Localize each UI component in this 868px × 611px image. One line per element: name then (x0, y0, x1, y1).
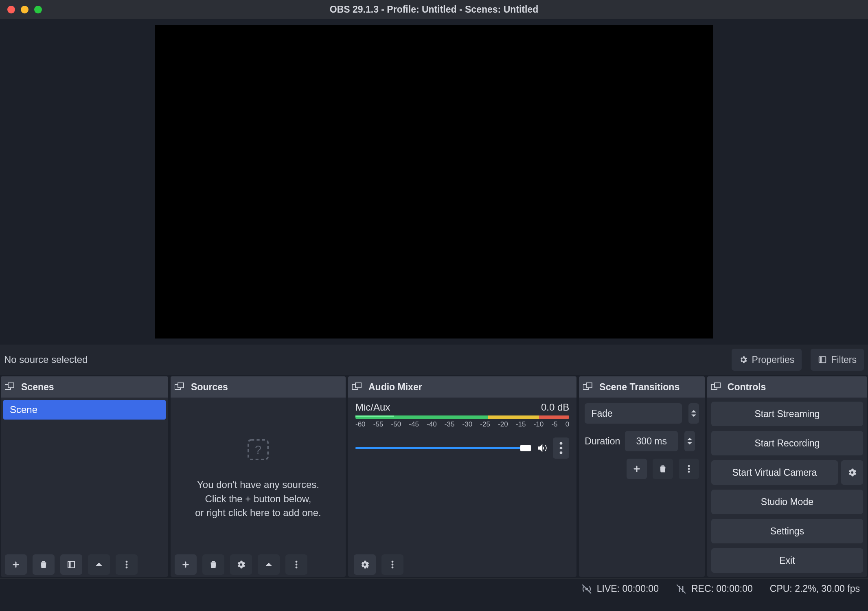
mixer-channel: Mic/Aux 0.0 dB -60 -55 -50 -45 -40 -35 -… (348, 398, 576, 459)
exit-button[interactable]: Exit (711, 548, 863, 573)
status-bar: LIVE: 00:00:00 REC: 00:00:00 CPU: 2.2%, … (0, 578, 868, 599)
svg-point-15 (296, 567, 297, 568)
scenes-footer (1, 552, 168, 577)
remove-transition-button[interactable] (653, 459, 673, 479)
transition-selected-value: Fade (591, 408, 612, 419)
transition-select[interactable]: Fade (585, 403, 682, 424)
scale-tick: -15 (516, 420, 526, 429)
svg-rect-30 (715, 383, 720, 388)
remove-source-button[interactable] (202, 554, 224, 575)
scene-menu-button[interactable] (116, 554, 138, 575)
add-transition-button[interactable] (627, 459, 647, 479)
chevron-up-icon (691, 409, 697, 413)
mixer-dock-header[interactable]: Audio Mixer (348, 376, 576, 398)
chevron-down-icon (691, 414, 697, 418)
properties-button[interactable]: Properties (732, 349, 802, 371)
svg-point-14 (296, 564, 297, 565)
transitions-dock-header[interactable]: Scene Transitions (579, 376, 705, 398)
scenes-dock: Scenes Scene (1, 376, 168, 577)
svg-rect-17 (355, 383, 361, 388)
settings-button[interactable]: Settings (711, 519, 863, 543)
scene-item-active[interactable]: Scene (3, 400, 166, 420)
scale-tick: -10 (534, 420, 544, 429)
scenes-list[interactable]: Scene (1, 398, 168, 552)
mixer-footer (348, 552, 576, 577)
minimize-window-button[interactable] (21, 6, 28, 13)
transition-duration-stepper[interactable] (684, 431, 695, 451)
transition-duration-label: Duration (585, 436, 620, 447)
start-recording-button[interactable]: Start Recording (711, 431, 863, 455)
speaker-icon[interactable] (536, 442, 548, 454)
mixer-channel-name: Mic/Aux (355, 402, 390, 413)
transitions-body: Fade Duration 300 ms (579, 398, 705, 485)
status-cpu: CPU: 2.2%, 30.00 fps (770, 583, 860, 594)
svg-point-7 (126, 564, 127, 565)
svg-point-23 (392, 567, 393, 568)
remove-scene-button[interactable] (33, 554, 55, 575)
mixer-channel-level: 0.0 dB (541, 402, 569, 413)
scale-tick: -25 (480, 420, 490, 429)
chevron-up-icon (687, 437, 693, 441)
chevron-down-icon (687, 442, 693, 446)
mixer-menu-button[interactable] (381, 554, 403, 575)
svg-point-26 (688, 465, 690, 467)
scale-tick: -5 (551, 420, 557, 429)
scale-tick: 0 (566, 420, 569, 429)
mixer-settings-button[interactable] (354, 554, 376, 575)
svg-point-8 (126, 567, 127, 568)
studio-mode-button[interactable]: Studio Mode (711, 490, 863, 514)
svg-point-28 (688, 471, 690, 473)
filters-label: Filters (831, 354, 857, 365)
filters-button[interactable]: Filters (811, 349, 864, 371)
source-properties-button[interactable] (230, 554, 252, 575)
titlebar: OBS 29.1.3 - Profile: Untitled - Scenes:… (0, 0, 868, 19)
transition-menu-button[interactable] (679, 459, 699, 479)
controls-dock-title: Controls (728, 382, 766, 393)
dock-detach-icon (175, 382, 184, 391)
mixer-channel-menu-button[interactable] (553, 437, 569, 459)
virtual-camera-settings-button[interactable] (841, 460, 863, 485)
add-scene-button[interactable] (5, 554, 27, 575)
source-menu-button[interactable] (285, 554, 307, 575)
start-virtual-camera-button[interactable]: Start Virtual Camera (711, 460, 838, 485)
svg-rect-0 (819, 357, 826, 363)
close-window-button[interactable] (7, 6, 15, 13)
question-placeholder-icon: ? (246, 438, 270, 478)
pause-disabled-icon (676, 584, 686, 594)
audio-mixer-dock: Audio Mixer Mic/Aux 0.0 dB -60 -55 -50 -… (348, 376, 576, 577)
transition-duration-input[interactable]: 300 ms (625, 431, 678, 451)
status-rec: REC: 00:00:00 (691, 583, 753, 594)
sources-empty-line3: or right click here to add one. (195, 506, 321, 520)
svg-point-19 (560, 447, 563, 450)
sources-empty-line2: Click the + button below, (205, 492, 311, 506)
move-scene-up-button[interactable] (88, 554, 110, 575)
svg-point-22 (392, 564, 393, 565)
sources-dock-header[interactable]: Sources (171, 376, 346, 398)
scenes-dock-title: Scenes (21, 382, 54, 393)
scale-tick: -20 (498, 420, 508, 429)
scenes-dock-header[interactable]: Scenes (1, 376, 168, 398)
start-streaming-button[interactable]: Start Streaming (711, 402, 863, 426)
preview-canvas[interactable] (155, 25, 713, 338)
mixer-volume-thumb[interactable] (520, 445, 531, 451)
svg-rect-10 (178, 383, 184, 388)
move-source-up-button[interactable] (258, 554, 280, 575)
dock-detach-icon (711, 382, 721, 391)
transition-select-stepper[interactable] (688, 403, 699, 424)
status-live-group: LIVE: 00:00:00 (581, 583, 659, 594)
svg-rect-33 (682, 586, 683, 592)
mixer-volume-slider[interactable] (355, 447, 531, 449)
scale-tick: -50 (391, 420, 401, 429)
filters-icon (818, 355, 827, 364)
preview-area (0, 19, 868, 345)
add-source-button[interactable] (175, 554, 197, 575)
sources-list[interactable]: ? You don't have any sources. Click the … (171, 398, 346, 552)
svg-point-31 (585, 587, 588, 590)
controls-dock-header[interactable]: Controls (707, 376, 867, 398)
window-controls (0, 6, 42, 13)
scale-tick: -60 (355, 420, 366, 429)
scale-tick: -55 (373, 420, 384, 429)
scene-filter-button[interactable] (60, 554, 82, 575)
maximize-window-button[interactable] (34, 6, 42, 13)
svg-rect-5 (69, 561, 70, 568)
